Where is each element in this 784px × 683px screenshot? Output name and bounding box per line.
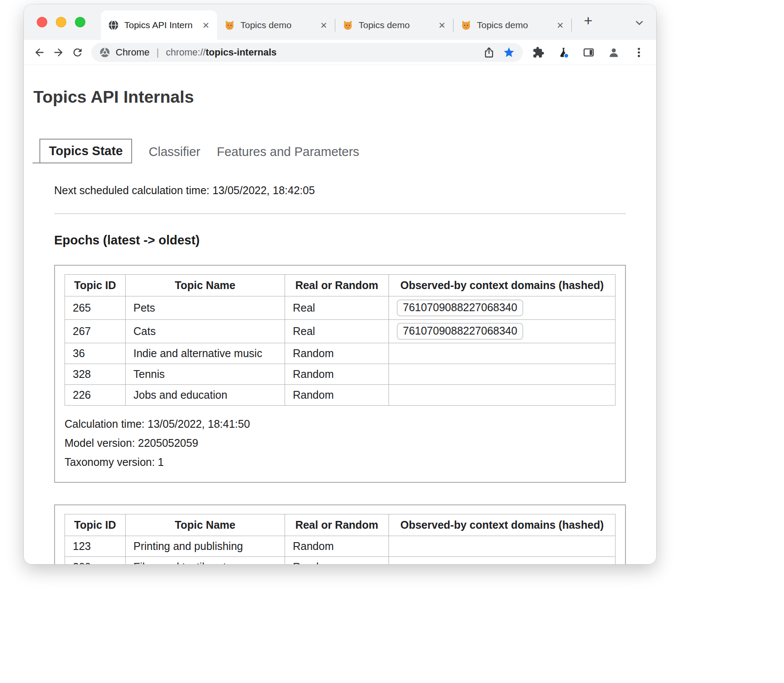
next-calculation-time: Next scheduled calculation time: 13/05/2… — [54, 184, 626, 197]
browser-tab-topics-demo-2[interactable]: Topics demo × — [335, 10, 453, 40]
real-or-random: Random — [285, 364, 389, 385]
observed-domains-cell — [389, 536, 616, 557]
kebab-menu-icon[interactable] — [632, 45, 646, 60]
cat-favicon-icon — [342, 20, 353, 31]
real-or-random: Real — [285, 320, 389, 343]
globe-favicon-icon — [108, 20, 119, 31]
browser-tab-topics-demo-3[interactable]: Topics demo × — [454, 10, 571, 40]
address-bar[interactable]: Chrome | chrome://topics-internals — [91, 43, 523, 62]
topics-state-panel: Next scheduled calculation time: 13/05/2… — [32, 184, 648, 564]
page-tabs: Topics State Classifier Features and Par… — [39, 139, 648, 163]
minimize-window-button[interactable] — [56, 17, 66, 27]
epoch-table-2: Topic ID Topic Name Real or Random Obser… — [65, 514, 616, 564]
column-topic-id: Topic ID — [65, 514, 126, 536]
observed-domains-cell — [389, 343, 616, 364]
topic-name: Tennis — [126, 364, 285, 385]
real-or-random: Random — [285, 557, 389, 565]
cat-favicon-icon — [224, 20, 235, 31]
calculation-time: Calculation time: 13/05/2022, 18:41:50 — [65, 414, 616, 433]
epoch-table-1: Topic ID Topic Name Real or Random Obser… — [65, 274, 616, 406]
table-row: 265 Pets Real 7610709088227068340 — [65, 296, 616, 320]
maximize-window-button[interactable] — [75, 17, 85, 27]
topic-id: 267 — [65, 320, 126, 343]
observed-domains-cell: 7610709088227068340 — [389, 296, 616, 320]
tab-classifier[interactable]: Classifier — [149, 140, 200, 163]
omnibox-divider: | — [156, 47, 159, 58]
tab-features-and-parameters[interactable]: Features and Parameters — [217, 140, 360, 163]
browser-tab-topics-demo-1[interactable]: Topics demo × — [217, 10, 335, 40]
table-row: 200 Fibre and textile arts Random — [65, 557, 616, 565]
epoch-box-1: Topic ID Topic Name Real or Random Obser… — [54, 265, 626, 483]
side-panel-icon[interactable] — [581, 45, 596, 60]
tab-title: Topics demo — [240, 20, 314, 30]
column-real-or-random: Real or Random — [285, 514, 389, 536]
cat-favicon-icon — [460, 20, 472, 31]
real-or-random: Real — [285, 296, 389, 320]
topic-id: 36 — [65, 343, 126, 364]
share-icon[interactable] — [483, 46, 495, 59]
topic-id: 200 — [65, 557, 126, 565]
topic-id: 226 — [65, 385, 126, 406]
tab-search-chevron-icon[interactable] — [634, 17, 645, 29]
topic-id: 328 — [65, 364, 126, 385]
forward-icon[interactable] — [51, 45, 66, 60]
flask-extension-icon[interactable] — [556, 45, 571, 60]
table-row: 267 Cats Real 7610709088227068340 — [65, 320, 616, 343]
column-real-or-random: Real or Random — [285, 275, 389, 296]
table-header-row: Topic ID Topic Name Real or Random Obser… — [65, 275, 616, 296]
topic-id: 265 — [65, 296, 126, 320]
tab-close-icon[interactable]: × — [438, 20, 446, 31]
bookmark-star-icon[interactable] — [503, 46, 515, 59]
table-row: 328 Tennis Random — [65, 364, 616, 385]
tab-close-icon[interactable]: × — [320, 20, 328, 31]
column-observed-domains: Observed-by context domains (hashed) — [389, 275, 616, 296]
divider — [54, 213, 626, 214]
tab-title: Topics demo — [359, 20, 433, 30]
taxonomy-version: Taxonomy version: 1 — [65, 452, 616, 472]
tab-close-icon[interactable]: × — [202, 20, 210, 31]
url-scheme: chrome:// — [166, 47, 206, 58]
epoch-meta: Calculation time: 13/05/2022, 18:41:50 M… — [65, 414, 616, 472]
tab-divider — [571, 19, 572, 32]
tab-strip: Topics API Intern × Topics demo × Topics… — [24, 4, 656, 40]
topic-name: Indie and alternative music — [126, 343, 285, 364]
column-topic-name: Topic Name — [126, 514, 285, 536]
topic-id: 123 — [65, 536, 126, 557]
epochs-heading: Epochs (latest -> oldest) — [54, 233, 626, 247]
observed-domains-cell: 7610709088227068340 — [389, 320, 616, 343]
new-tab-button[interactable]: + — [584, 13, 593, 28]
real-or-random: Random — [285, 385, 389, 406]
close-window-button[interactable] — [37, 17, 47, 27]
topic-name: Cats — [126, 320, 285, 343]
topic-name: Jobs and education — [126, 385, 285, 406]
observed-domains-cell — [389, 385, 616, 406]
column-observed-domains: Observed-by context domains (hashed) — [389, 514, 616, 536]
column-topic-name: Topic Name — [126, 275, 285, 296]
domain-hash-chip[interactable]: 7610709088227068340 — [397, 299, 523, 316]
profile-avatar-icon[interactable] — [606, 45, 621, 60]
url-text[interactable]: chrome://topics-internals — [166, 47, 277, 58]
tab-topics-state[interactable]: Topics State — [39, 139, 132, 163]
page-title: Topics API Internals — [33, 88, 648, 107]
tab-close-icon[interactable]: × — [556, 20, 564, 31]
chrome-logo-icon — [99, 47, 110, 58]
reload-icon[interactable] — [70, 45, 85, 60]
topic-name: Printing and publishing — [126, 536, 285, 557]
table-row: 36 Indie and alternative music Random — [65, 343, 616, 364]
browser-tab-topics-internals[interactable]: Topics API Intern × — [101, 10, 217, 40]
table-row: 226 Jobs and education Random — [65, 385, 616, 406]
model-version: Model version: 2205052059 — [65, 433, 616, 452]
traffic-lights — [24, 4, 101, 40]
extensions-puzzle-icon[interactable] — [531, 45, 546, 60]
browser-toolbar: Chrome | chrome://topics-internals — [24, 40, 656, 65]
tab-title: Topics API Intern — [124, 20, 197, 30]
back-icon[interactable] — [32, 45, 47, 60]
observed-domains-cell — [389, 364, 616, 385]
table-row: 123 Printing and publishing Random — [65, 536, 616, 557]
real-or-random: Random — [285, 536, 389, 557]
topic-name: Fibre and textile arts — [126, 557, 285, 565]
observed-domains-cell — [389, 557, 616, 565]
column-topic-id: Topic ID — [65, 275, 126, 296]
site-label: Chrome — [116, 47, 149, 58]
domain-hash-chip[interactable]: 7610709088227068340 — [397, 323, 523, 340]
